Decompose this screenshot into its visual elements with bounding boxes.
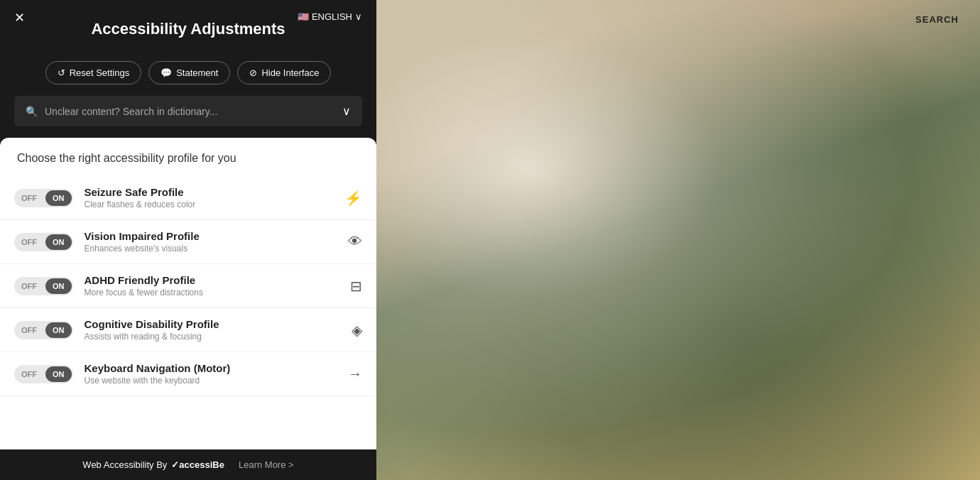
profile-icon: ⊟ (350, 278, 362, 295)
chevron-down-icon: ∨ (355, 11, 362, 22)
profile-info: Seizure Safe Profile Clear flashes & red… (85, 186, 334, 209)
footer-brand-prefix: Web Accessibility By (82, 459, 167, 470)
profile-info: Vision Impaired Profile Enhances website… (85, 230, 337, 253)
action-buttons-row: ↺ Reset Settings 💬 Statement ⊘ Hide Inte… (0, 61, 376, 96)
toggle-on-label[interactable]: ON (45, 278, 72, 294)
panel-header: ✕ Accessibility Adjustments 🇺🇸 ENGLISH ∨ (0, 0, 376, 61)
profile-name: Cognitive Disability Profile (85, 318, 341, 330)
profile-item: OFF ON Vision Impaired Profile Enhances … (0, 220, 376, 264)
dict-chevron-icon: ∨ (342, 104, 351, 118)
language-label: ENGLISH (312, 11, 352, 22)
profile-description: Clear flashes & reduces color (85, 200, 334, 209)
footer-brand-name: ✓accessiBe (171, 459, 224, 470)
search-icon: 🔍 (26, 106, 38, 117)
dictionary-search[interactable]: 🔍 Unclear content? Search in dictionary.… (14, 96, 362, 126)
toggle-switch[interactable]: OFF ON (14, 189, 73, 207)
reset-settings-button[interactable]: ↺ Reset Settings (45, 61, 142, 84)
profile-name: ADHD Friendly Profile (85, 274, 339, 286)
toggle-switch[interactable]: OFF ON (14, 321, 73, 339)
profile-icon: ⚡ (344, 190, 362, 207)
search-button[interactable]: SEARCH (915, 14, 959, 25)
profile-description: Assists with reading & focusing (85, 332, 341, 342)
profile-name: Vision Impaired Profile (85, 230, 337, 242)
toggle-switch[interactable]: OFF ON (14, 365, 73, 383)
profiles-list: OFF ON Seizure Safe Profile Clear flashe… (0, 176, 376, 396)
flag-icon: 🇺🇸 (298, 11, 309, 22)
toggle-on-label[interactable]: ON (45, 234, 72, 250)
profiles-area: Choose the right accessibility profile f… (0, 138, 376, 449)
profile-name: Seizure Safe Profile (85, 186, 334, 198)
dict-search-left: 🔍 Unclear content? Search in dictionary.… (26, 106, 217, 117)
hide-icon: ⊘ (249, 67, 257, 78)
profile-info: Cognitive Disability Profile Assists wit… (85, 318, 341, 342)
statement-icon: 💬 (160, 67, 172, 78)
toggle-off-label[interactable]: OFF (14, 234, 44, 250)
toggle-on-label[interactable]: ON (45, 366, 72, 382)
toggle-off-label[interactable]: OFF (14, 190, 44, 206)
close-button[interactable]: ✕ (14, 11, 25, 24)
toggle-off-label[interactable]: OFF (14, 322, 44, 338)
profile-item: OFF ON Cognitive Disability Profile Assi… (0, 308, 376, 352)
toggle-on-label[interactable]: ON (45, 190, 72, 206)
dict-placeholder: Unclear content? Search in dictionary... (45, 106, 217, 117)
reset-label: Reset Settings (70, 67, 130, 78)
profile-description: More focus & fewer distractions (85, 288, 339, 298)
profile-info: ADHD Friendly Profile More focus & fewer… (85, 274, 339, 298)
toggle-switch[interactable]: OFF ON (14, 277, 73, 295)
reset-icon: ↺ (58, 67, 65, 78)
profile-name: Keyboard Navigation (Motor) (85, 362, 337, 374)
statement-button[interactable]: 💬 Statement (148, 61, 230, 84)
profile-item: OFF ON Seizure Safe Profile Clear flashe… (0, 176, 376, 220)
language-button[interactable]: 🇺🇸 ENGLISH ∨ (298, 11, 362, 22)
learn-more-link[interactable]: Learn More > (239, 459, 294, 470)
profile-description: Use website with the keyboard (85, 376, 337, 386)
profile-icon: 👁 (348, 234, 362, 250)
toggle-switch[interactable]: OFF ON (14, 233, 73, 251)
toggle-off-label[interactable]: OFF (14, 366, 44, 382)
profile-item: OFF ON ADHD Friendly Profile More focus … (0, 264, 376, 308)
statement-label: Statement (176, 67, 218, 78)
profile-description: Enhances website's visuals (85, 244, 337, 253)
profile-info: Keyboard Navigation (Motor) Use website … (85, 362, 337, 386)
scene-overlay (376, 0, 980, 480)
profile-item: OFF ON Keyboard Navigation (Motor) Use w… (0, 352, 376, 396)
accessibility-panel: ✕ Accessibility Adjustments 🇺🇸 ENGLISH ∨… (0, 0, 376, 480)
toggle-on-label[interactable]: ON (45, 322, 72, 338)
toggle-off-label[interactable]: OFF (14, 278, 44, 294)
profile-icon: → (348, 366, 362, 382)
background-photo (376, 0, 980, 480)
footer-brand: Web Accessibility By ✓accessiBe (82, 459, 224, 470)
hide-label: Hide Interface (261, 67, 319, 78)
panel-footer: Web Accessibility By ✓accessiBe Learn Mo… (0, 449, 376, 480)
profile-icon: ◈ (352, 322, 362, 339)
profiles-section-title: Choose the right accessibility profile f… (0, 138, 376, 176)
hide-interface-button[interactable]: ⊘ Hide Interface (237, 61, 331, 84)
